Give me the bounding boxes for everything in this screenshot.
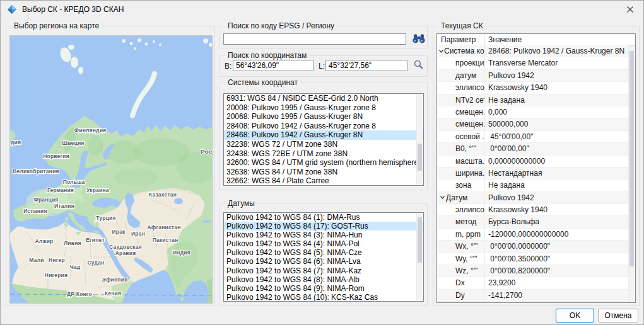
world-map-svg[interactable]: дияФинляндияШвецияНорвегияВеликобритания… — [10, 36, 212, 303]
table-row[interactable]: осевой ... 45°00'00,00" — [437, 131, 629, 143]
param-label: эллипсо... — [455, 204, 485, 215]
param-label: Датум — [446, 192, 467, 203]
list-item[interactable]: 32662: WGS 84 / Plate Carree — [224, 176, 423, 186]
ok-button[interactable]: OK — [556, 309, 594, 322]
value-cell: 0°00'00,00" — [485, 143, 629, 154]
table-row[interactable]: Dx23,9200 — [437, 277, 629, 289]
param-cell: Wy, °'" — [437, 253, 485, 265]
column-header-param[interactable]: Параметр — [437, 34, 485, 45]
param-cell: Датум — [437, 192, 485, 203]
map-country-label: Нигер — [49, 257, 65, 263]
table-row[interactable]: Система ко...28468: Pulkovo 1942 / Gauss… — [437, 45, 629, 57]
column-header-value[interactable]: Значение — [485, 34, 635, 45]
list-item[interactable]: Pulkovo 1942 to WGS 84 (10): KCS-Kaz Cas — [224, 293, 423, 302]
value-cell: 23,9200 — [485, 277, 629, 288]
param-label: эллипсо... — [455, 82, 485, 93]
list-item[interactable]: Pulkovo 1942 to WGS 84 (6): NIMA-Lva — [224, 257, 423, 266]
map-country-label: Турция — [96, 215, 115, 221]
list-item[interactable]: 28468: Pulkovo 1942 / Gauss-Kruger 8N — [224, 130, 423, 140]
table-scrollbar[interactable] — [628, 46, 635, 302]
close-icon[interactable] — [621, 2, 640, 17]
scrollbar-thumb[interactable] — [418, 217, 422, 263]
table-row[interactable]: эллипсо...Krassowsky 1940 — [437, 82, 629, 94]
scrollbar-thumb[interactable] — [629, 51, 634, 266]
table-row[interactable]: эллипсо...Krassowsky 1940 — [437, 204, 629, 216]
map-country-label: дия — [11, 139, 21, 145]
table-row[interactable]: масшта...0,000000000000 — [437, 156, 629, 168]
table-row[interactable]: методБурса-Вольфа — [437, 216, 629, 228]
list-item[interactable]: 20068: Pulkovo 1995 / Gauss-Kruger 8N — [224, 112, 423, 122]
map-country-label: ДР Конго — [67, 291, 92, 297]
list-item[interactable]: Pulkovo 1942 to WGS 84 (4): NIMA-Pol — [224, 239, 423, 248]
datums-group-title: Датумы — [225, 199, 257, 208]
list-item[interactable]: 32438: WGS 72BE / UTM zone 38N — [224, 149, 423, 159]
param-label: Wx, °'" — [455, 241, 477, 252]
table-row[interactable]: проекцияTransverse Mercator — [437, 57, 629, 69]
param-label: NTv2 сет... — [455, 94, 485, 106]
table-row[interactable]: ширина...Нестандартная — [437, 168, 629, 180]
map-country-label: Индия — [173, 249, 190, 256]
list-item[interactable]: Pulkovo 1942 to WGS 84 (1): DMA-Rus — [224, 213, 423, 222]
list-item[interactable]: 32238: WGS 72 / UTM zone 38N — [224, 140, 423, 149]
table-row[interactable]: m, ppm-120000,000000000000 — [437, 229, 629, 241]
table-row[interactable]: NTv2 сет...Не задана — [437, 94, 629, 106]
list-item[interactable]: Pulkovo 1942 to WGS 84 (5): NIMA-Cze — [224, 248, 423, 257]
table-row[interactable]: B0, °'" 0°00'00,00" — [437, 143, 629, 155]
list-item[interactable]: 32600: WGS 84 / UTM grid system (norther… — [224, 158, 423, 168]
list-item[interactable]: 32638: WGS 84 / UTM zone 38N — [224, 168, 423, 177]
map-country-label: Казахстан — [149, 191, 177, 198]
systems-list-scrollbar[interactable] — [416, 94, 423, 185]
list-item[interactable]: 6931: WGS 84 / NSIDC EASE-Grid 2.0 North — [224, 94, 423, 103]
table-row[interactable]: ДатумPulkovo 1942 — [437, 192, 629, 204]
list-item[interactable]: Pulkovo 1942 to WGS 84 (9): NIMA-Rom — [224, 284, 423, 293]
table-row[interactable]: Wx, °'" 0°00'00,0000000" — [437, 241, 629, 253]
table-row[interactable]: датумPulkovo 1942 — [437, 70, 629, 82]
param-cell: осевой ... — [437, 131, 485, 142]
cancel-button[interactable]: Отмена — [598, 309, 638, 322]
list-item[interactable]: Pulkovo 1942 to WGS 84 (3): NIMA-Hun — [224, 231, 423, 239]
value-cell: Pulkovo 1942 — [485, 70, 629, 81]
param-cell: масшта... — [437, 156, 485, 167]
param-cell: проекция — [437, 57, 485, 69]
region-map[interactable]: дияФинляндияШвецияНорвегияВеликобритания… — [9, 35, 213, 304]
map-country-label: Аравия — [115, 250, 136, 256]
binoculars-icon[interactable] — [411, 32, 427, 46]
value-cell: 0°00'00,8200000" — [485, 265, 629, 277]
map-country-label: Ливия — [64, 240, 81, 246]
l-coordinate-input[interactable] — [325, 60, 407, 71]
param-label: зона — [455, 180, 471, 191]
value-cell: Нестандартная — [485, 168, 629, 179]
b-coordinate-input[interactable] — [233, 60, 313, 71]
param-cell: Dx — [437, 277, 485, 288]
table-row[interactable]: Dy-141,2700 — [437, 290, 629, 302]
map-country-label: Эфиопия — [102, 277, 128, 283]
param-cell: датум — [437, 70, 485, 81]
param-cell: смещен... — [437, 118, 485, 130]
coordinate-systems-list[interactable]: 6931: WGS 84 / NSIDC EASE-Grid 2.0 North… — [223, 93, 424, 186]
list-item[interactable]: 28408: Pulkovo 1942 / Gauss-Kruger zone … — [224, 122, 423, 131]
table-row[interactable]: зонаНе задана — [437, 180, 629, 191]
param-cell: NTv2 сет... — [437, 94, 485, 106]
chevron-down-icon[interactable] — [438, 195, 446, 200]
datums-list[interactable]: Pulkovo 1942 to WGS 84 (1): DMA-RusPulko… — [223, 212, 424, 302]
list-item[interactable]: Pulkovo 1942 to WGS 84 (8): NIMA-Alb — [224, 275, 423, 284]
epsg-search-input[interactable] — [223, 33, 406, 45]
value-cell: Pulkovo 1942 — [485, 192, 629, 203]
scrollbar-thumb[interactable] — [418, 144, 422, 171]
datums-list-scrollbar[interactable] — [416, 213, 423, 300]
map-country-label: Великобритания — [13, 168, 59, 174]
value-cell: -120000,000000000000 — [485, 229, 629, 240]
param-cell: метод — [437, 216, 485, 227]
param-cell: смещен... — [437, 106, 485, 118]
table-row[interactable]: Wz, °'" 0°00'00,8200000" — [437, 265, 629, 277]
magnifier-icon[interactable] — [412, 59, 424, 72]
table-row[interactable]: смещен...0,000 — [437, 106, 629, 118]
value-cell: Не задана — [485, 94, 629, 106]
table-row[interactable]: смещен...500000,000 — [437, 118, 629, 130]
value-cell: 45°00'00,00" — [485, 131, 629, 142]
list-item[interactable]: Pulkovo 1942 to WGS 84 (7): NIMA-Kaz — [224, 266, 423, 275]
list-item[interactable]: 20008: Pulkovo 1995 / Gauss-Kruger zone … — [224, 103, 423, 113]
table-row[interactable]: Wy, °'" 0°00'00,3500000" — [437, 253, 629, 265]
list-item[interactable]: Pulkovo 1942 to WGS 84 (17): GOST-Rus — [224, 222, 423, 231]
chevron-down-icon[interactable] — [438, 48, 444, 54]
